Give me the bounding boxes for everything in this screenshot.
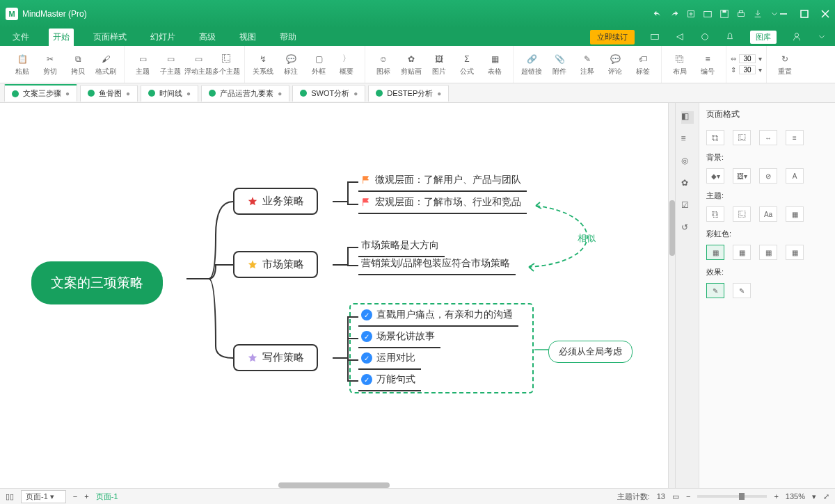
table-button[interactable]: ▦表格 xyxy=(481,48,509,81)
share-icon[interactable] xyxy=(675,32,685,42)
minimize-icon[interactable] xyxy=(779,10,788,18)
zoom-in-icon[interactable]: + xyxy=(774,492,778,501)
format-tab-icon[interactable]: ◧ xyxy=(681,111,694,124)
tab-close-icon[interactable]: ● xyxy=(65,90,70,97)
branch-node-3[interactable]: 写作策略 xyxy=(233,344,318,371)
theme-opt[interactable]: ⿺ xyxy=(733,206,751,222)
attachment-button[interactable]: 📎附件 xyxy=(546,48,573,81)
sync-icon[interactable] xyxy=(700,32,710,42)
reset-button[interactable]: ↻重置 xyxy=(771,48,799,81)
effect-handdrawn[interactable]: ✎ xyxy=(706,283,724,298)
comment-button[interactable]: 💬评论 xyxy=(601,48,629,81)
clipart-tab-icon[interactable]: ✿ xyxy=(681,178,694,190)
paste-button[interactable]: 📋粘贴 xyxy=(8,48,36,81)
maximize-icon[interactable] xyxy=(800,10,809,18)
zoom-dropdown-icon[interactable]: ▾ xyxy=(812,492,816,501)
icon-button[interactable]: ☺图标 xyxy=(369,48,397,81)
root-node[interactable]: 文案的三项策略 xyxy=(31,261,163,304)
theme-color[interactable]: ▦ xyxy=(786,206,804,222)
doc-tab-3[interactable]: 产品运营九要素● xyxy=(201,85,289,101)
menu-start[interactable]: 开始 xyxy=(49,29,74,46)
menu-view[interactable]: 视图 xyxy=(235,29,260,46)
export-icon[interactable] xyxy=(753,9,763,19)
copy-button[interactable]: ⧉拷贝 xyxy=(64,48,92,81)
boundary-button[interactable]: ▢外框 xyxy=(305,48,333,81)
page-select[interactable]: 页面-1 ▾ xyxy=(21,490,66,503)
bell-icon[interactable] xyxy=(725,32,735,42)
format-painter-button[interactable]: 🖌格式刷 xyxy=(92,48,120,81)
chevron-down-icon[interactable] xyxy=(817,32,827,42)
bg-watermark[interactable]: A xyxy=(786,168,804,184)
menu-slide[interactable]: 幻灯片 xyxy=(146,29,180,46)
gallery-button[interactable]: 图库 xyxy=(750,31,777,44)
rainbow-opt-3[interactable]: ▦ xyxy=(759,245,777,260)
leaf-b1-1[interactable]: 宏观层面：了解市场、行业和竞品 xyxy=(358,193,527,214)
leaf-b3-1[interactable]: ✓场景化讲故事 xyxy=(358,327,440,348)
tag-button[interactable]: 🏷标签 xyxy=(629,48,657,81)
close-icon[interactable] xyxy=(821,10,829,18)
effect-shadow[interactable]: ✎ xyxy=(733,283,751,298)
leaf-b3-0[interactable]: ✓直戳用户痛点，有亲和力的沟通 xyxy=(358,306,518,327)
new-icon[interactable] xyxy=(686,9,696,19)
callout-node[interactable]: 必须从全局考虑 xyxy=(548,341,633,363)
image-button[interactable]: 🖼图片 xyxy=(425,48,453,81)
theme-opt[interactable]: ⿻ xyxy=(706,206,724,222)
menu-advanced[interactable]: 高级 xyxy=(195,29,220,46)
summary-button[interactable]: 〉概要 xyxy=(333,48,360,81)
rainbow-opt-4[interactable]: ▦ xyxy=(786,245,804,260)
fit-page-icon[interactable]: ▭ xyxy=(672,492,679,501)
rainbow-opt-2[interactable]: ▦ xyxy=(733,245,751,260)
layout-opt[interactable]: ⿺ xyxy=(733,130,751,145)
open-icon[interactable] xyxy=(703,9,713,19)
branch-node-2[interactable]: 市场策略 xyxy=(233,251,318,278)
zoom-slider[interactable] xyxy=(697,495,767,498)
save-icon[interactable] xyxy=(719,9,729,19)
branch-node-1[interactable]: 业务策略 xyxy=(233,188,318,215)
canvas[interactable]: 文案的三项策略 业务策略 微观层面：了解用户、产品与团队 宏观层面：了解市场、行… xyxy=(0,103,668,488)
bg-remove[interactable]: ⊘ xyxy=(759,168,777,184)
print-icon[interactable] xyxy=(736,9,746,19)
history-tab-icon[interactable]: ↺ xyxy=(681,222,694,235)
relation-button[interactable]: ↯关系线 xyxy=(249,48,277,81)
fullscreen-icon[interactable]: ⤢ xyxy=(823,492,829,501)
leaf-b1-0[interactable]: 微观层面：了解用户、产品与团队 xyxy=(358,171,527,192)
user-icon[interactable] xyxy=(792,32,802,42)
outline-tab-icon[interactable]: ≡ xyxy=(681,133,694,146)
leaf-b2-1[interactable]: 营销策划/品牌包装应符合市场策略 xyxy=(358,254,516,275)
doc-tab-2[interactable]: 时间线● xyxy=(141,85,198,101)
more-icon[interactable] xyxy=(770,9,779,19)
subtopic-button[interactable]: ▭子主题 xyxy=(157,48,184,81)
menu-pagestyle[interactable]: 页面样式 xyxy=(89,29,131,46)
icons-tab-icon[interactable]: ◎ xyxy=(681,156,694,168)
doc-tab-1[interactable]: 鱼骨图● xyxy=(80,85,138,101)
zoom-out-icon[interactable]: − xyxy=(686,492,690,501)
note-button[interactable]: ✎注释 xyxy=(573,48,601,81)
renew-button[interactable]: 立即续订 xyxy=(590,30,635,44)
bg-color-picker[interactable]: ◆▾ xyxy=(706,168,724,184)
horizontal-scrollbar[interactable] xyxy=(278,482,390,488)
numbering-button[interactable]: ≡编号 xyxy=(694,48,722,81)
clipart-button[interactable]: ✿剪贴画 xyxy=(397,48,425,81)
layout-opt[interactable]: ↔ xyxy=(759,130,777,145)
doc-tab-0[interactable]: 文案三步骤● xyxy=(4,84,77,101)
layout-opt[interactable]: ⿻ xyxy=(706,130,724,145)
layout-opt[interactable]: ≡ xyxy=(786,130,804,145)
cloud-icon[interactable] xyxy=(650,32,660,42)
vertical-scrollbar[interactable] xyxy=(668,103,675,488)
relation-label[interactable]: 相似 xyxy=(578,232,596,245)
rainbow-opt-1[interactable]: ▦ xyxy=(706,245,724,260)
menu-help[interactable]: 帮助 xyxy=(276,29,301,46)
v-spacing-input[interactable] xyxy=(739,65,756,74)
callout-button[interactable]: 💬标注 xyxy=(277,48,305,81)
topic-button[interactable]: ▭主题 xyxy=(129,48,157,81)
theme-font[interactable]: Aa xyxy=(759,206,777,222)
redo-icon[interactable] xyxy=(669,9,679,19)
page-add-icon[interactable]: + xyxy=(84,492,88,501)
layout-button[interactable]: ⿻布局 xyxy=(666,48,694,81)
leaf-b3-2[interactable]: ✓运用对比 xyxy=(358,349,421,370)
menu-file[interactable]: 文件 xyxy=(8,29,33,46)
task-tab-icon[interactable]: ☑ xyxy=(681,200,694,213)
bg-image-picker[interactable]: 🖼▾ xyxy=(733,168,751,184)
floating-topic-button[interactable]: ▭浮动主题 xyxy=(184,48,212,81)
page-prev-icon[interactable]: − xyxy=(73,492,77,501)
